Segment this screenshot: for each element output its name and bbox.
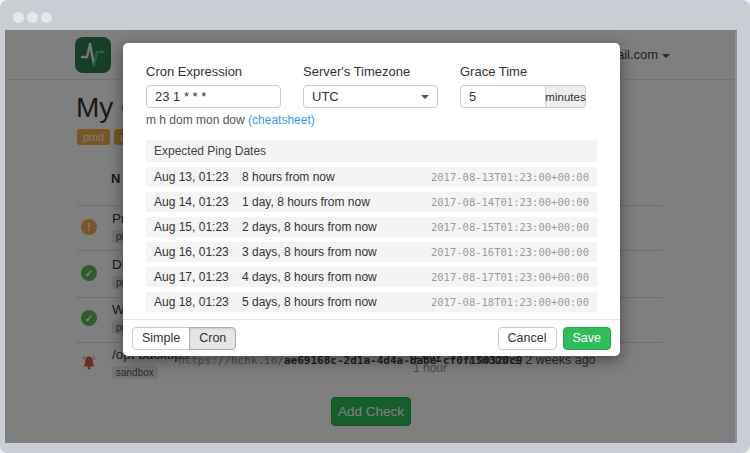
- ping-iso-timestamp: 2017-08-18T01:23:00+00:00: [431, 296, 589, 308]
- cron-mode-button[interactable]: Cron: [189, 327, 236, 350]
- ping-row: Aug 17, 01:23 4 days, 8 hours from now 2…: [146, 267, 597, 287]
- window-dot[interactable]: [41, 12, 52, 23]
- timezone-label: Server's Timezone: [303, 64, 438, 79]
- ping-relative: 8 hours from now: [242, 170, 431, 184]
- window-dot[interactable]: [13, 12, 24, 23]
- ping-relative: 2 days, 8 hours from now: [242, 220, 431, 234]
- cron-expression-label: Cron Expression: [146, 64, 281, 79]
- ping-date: Aug 15, 01:23: [154, 220, 242, 234]
- ping-iso-timestamp: 2017-08-14T01:23:00+00:00: [431, 196, 589, 208]
- cron-format-hint: m h dom mon dow: [146, 113, 245, 127]
- ping-date: Aug 17, 01:23: [154, 270, 242, 284]
- ping-relative: 3 days, 8 hours from now: [242, 245, 431, 259]
- ping-iso-timestamp: 2017-08-13T01:23:00+00:00: [431, 171, 589, 183]
- modal-footer: Simple Cron Cancel Save: [123, 319, 620, 356]
- timezone-field: Server's Timezone UTC: [303, 64, 438, 108]
- ping-relative: 4 days, 8 hours from now: [242, 270, 431, 284]
- ping-relative: 5 days, 8 hours from now: [242, 295, 431, 309]
- save-button[interactable]: Save: [563, 327, 612, 350]
- grace-time-field: Grace Time minutes: [460, 64, 586, 108]
- window-dot[interactable]: [27, 12, 38, 23]
- grace-time-label: Grace Time: [460, 64, 586, 79]
- timezone-selected-value: UTC: [312, 89, 339, 104]
- cancel-button[interactable]: Cancel: [498, 327, 557, 350]
- ping-date: Aug 13, 01:23: [154, 170, 242, 184]
- grace-time-input[interactable]: [460, 85, 546, 108]
- modal-body: Cron Expression Server's Timezone UTC Gr…: [123, 43, 620, 312]
- ping-date: Aug 14, 01:23: [154, 195, 242, 209]
- cron-edit-modal: Cron Expression Server's Timezone UTC Gr…: [123, 43, 620, 356]
- ping-row: Aug 14, 01:23 1 day, 8 hours from now 20…: [146, 192, 597, 212]
- chevron-down-icon: [421, 95, 429, 99]
- grace-unit-addon: minutes: [546, 85, 586, 108]
- ping-table-title: Expected Ping Dates: [146, 140, 597, 162]
- ping-iso-timestamp: 2017-08-17T01:23:00+00:00: [431, 271, 589, 283]
- field-row: Cron Expression Server's Timezone UTC Gr…: [146, 64, 597, 108]
- ping-iso-timestamp: 2017-08-15T01:23:00+00:00: [431, 221, 589, 233]
- browser-frame: ail.com My Checks prod work N ! Pr pr ✓ …: [0, 0, 750, 453]
- cron-expression-input[interactable]: [146, 85, 281, 108]
- ping-row: Aug 16, 01:23 3 days, 8 hours from now 2…: [146, 242, 597, 262]
- cron-expression-field: Cron Expression: [146, 64, 281, 108]
- expected-ping-dates-table: Expected Ping Dates Aug 13, 01:23 8 hour…: [146, 140, 597, 312]
- cheatsheet-link[interactable]: (cheatsheet): [248, 113, 315, 127]
- grace-input-group: minutes: [460, 85, 586, 108]
- screenshot: ail.com My Checks prod work N ! Pr pr ✓ …: [0, 0, 750, 453]
- ping-relative: 1 day, 8 hours from now: [242, 195, 431, 209]
- ping-row: Aug 15, 01:23 2 days, 8 hours from now 2…: [146, 217, 597, 237]
- simple-mode-button[interactable]: Simple: [132, 327, 190, 350]
- ping-iso-timestamp: 2017-08-16T01:23:00+00:00: [431, 246, 589, 258]
- cron-helper-text: m h dom mon dow (cheatsheet): [146, 113, 597, 127]
- ping-row: Aug 13, 01:23 8 hours from now 2017-08-1…: [146, 167, 597, 187]
- ping-date: Aug 16, 01:23: [154, 245, 242, 259]
- ping-date: Aug 18, 01:23: [154, 295, 242, 309]
- timezone-select[interactable]: UTC: [303, 85, 438, 108]
- ping-row: Aug 18, 01:23 5 days, 8 hours from now 2…: [146, 292, 597, 312]
